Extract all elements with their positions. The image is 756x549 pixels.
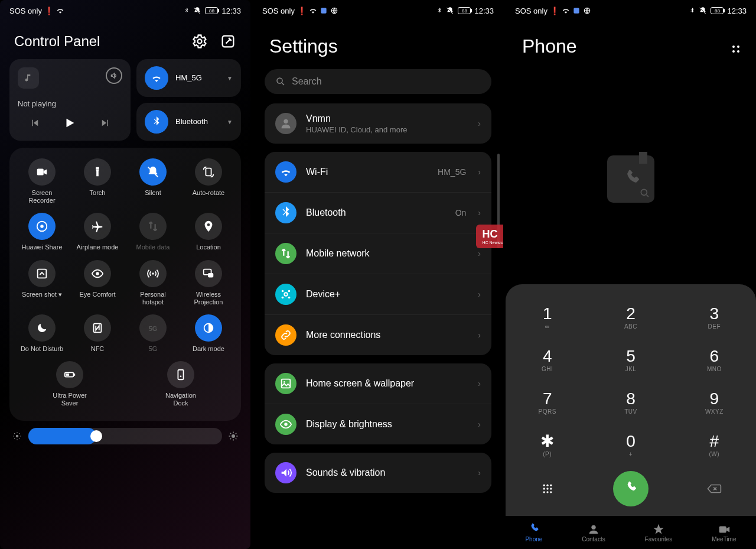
dial-sub: TUV	[624, 408, 637, 415]
settings-row-bluetooth[interactable]: BluetoothOn›	[265, 192, 491, 233]
toggle-mobile-data[interactable]: Mobile data	[125, 213, 181, 251]
menu-dots-icon[interactable]	[732, 41, 739, 53]
settings-row-mobile-network[interactable]: Mobile network›	[265, 233, 491, 274]
dial-key-9[interactable]: 9WXYZ	[673, 381, 756, 424]
settings-row-device-plus[interactable]: Device+›	[265, 274, 491, 314]
audio-output-icon[interactable]	[106, 67, 122, 84]
next-track-button[interactable]	[100, 118, 110, 128]
toggle-eye-comfort[interactable]: Eye Comfort	[70, 260, 125, 306]
toggle-screen-recorder[interactable]: Screen Recorder	[14, 158, 70, 204]
nav-favourites[interactable]: Favourites	[645, 523, 673, 542]
settings-row-more-connections[interactable]: More connections›	[265, 314, 491, 355]
edit-icon[interactable]	[220, 33, 236, 50]
browser-icon	[330, 7, 338, 15]
settings-row-home-wallpaper[interactable]: Home screen & wallpaper›	[265, 363, 491, 404]
toggle-nfc[interactable]: NFC	[70, 314, 125, 353]
nav-contacts[interactable]: Contacts	[582, 523, 605, 542]
hicloud-icon	[572, 7, 581, 15]
play-button[interactable]	[63, 116, 76, 129]
control-panel-title: Control Panel	[14, 33, 100, 50]
row-label: Home screen & wallpaper	[306, 378, 468, 389]
prev-track-button[interactable]	[30, 118, 40, 128]
search-input[interactable]: Search	[265, 69, 491, 94]
browser-icon	[583, 7, 591, 15]
wifi-icon	[56, 7, 64, 15]
backspace-button[interactable]	[673, 483, 756, 495]
hotspot-icon	[139, 260, 167, 287]
toggle-label: Dark mode	[193, 345, 224, 353]
dial-key-2[interactable]: 2ABC	[589, 296, 672, 339]
settings-icon[interactable]	[191, 33, 208, 50]
toggle-do-not-disturb[interactable]: Do Not Disturb	[14, 314, 70, 353]
toggle-dark-mode[interactable]: Dark mode	[181, 314, 236, 353]
dial-key-4[interactable]: 4GHI	[506, 339, 589, 381]
bluetooth-status-icon	[689, 7, 695, 15]
row-label: Bluetooth	[306, 207, 446, 218]
svg-point-38	[546, 485, 548, 486]
svg-point-37	[543, 485, 545, 486]
bluetooth-toggle-card[interactable]: Bluetooth ▼	[136, 103, 241, 141]
alert-icon: ❗	[550, 7, 559, 15]
dial-key-5[interactable]: 5JKL	[589, 339, 672, 381]
account-name: Vnmn	[306, 113, 468, 124]
wifi-toggle-card[interactable]: HM_5G ▼	[136, 59, 241, 97]
dial-sub: PQRS	[538, 408, 556, 415]
toggle-auto-rotate[interactable]: Auto-rotate	[181, 158, 236, 204]
dial-key-0[interactable]: 0+	[589, 424, 672, 466]
svg-rect-7	[38, 269, 47, 278]
settings-row-sounds-vibration[interactable]: Sounds & vibration›	[265, 453, 491, 493]
toggle-label: Navigation Dock	[157, 392, 204, 407]
toggle-personal-hotspot[interactable]: Personal hotspot	[125, 260, 181, 306]
dial-key-3[interactable]: 3DEF	[673, 296, 756, 339]
bluetooth-status-icon	[436, 7, 442, 15]
dial-key-✱[interactable]: ✱(P)	[506, 424, 589, 466]
toggle-label: Eye Comfort	[79, 291, 115, 298]
toggle-wireless-projection[interactable]: Wireless Projection	[181, 260, 236, 306]
chevron-down-icon[interactable]: ▼	[227, 75, 233, 82]
dial-num: 8	[626, 391, 636, 407]
dock-icon	[167, 361, 194, 388]
wifi-icon	[275, 161, 296, 183]
nav-meetime[interactable]: MeeTime	[712, 523, 736, 542]
eye-icon	[84, 260, 111, 287]
settings-screen: HCHC Newsroom SOS only ❗ 88 12:33 Settin…	[253, 0, 503, 549]
bluetooth-icon	[275, 202, 296, 223]
svg-rect-2	[37, 169, 44, 176]
toggle-navigation-dock[interactable]: Navigation Dock	[153, 361, 208, 407]
dial-key-7[interactable]: 7PQRS	[506, 381, 589, 424]
bell-off-icon	[139, 158, 167, 186]
toggle-huawei-share[interactable]: Huawei Share	[14, 213, 70, 251]
dial-key-6[interactable]: 6MNO	[673, 339, 756, 381]
media-player-card[interactable]: Not playing	[9, 59, 131, 141]
toggle-torch[interactable]: Torch	[70, 158, 125, 204]
account-row[interactable]: Vnmn HUAWEI ID, Cloud, and more ›	[265, 103, 491, 144]
call-button[interactable]	[613, 471, 649, 506]
chevron-right-icon: ›	[478, 468, 481, 477]
svg-rect-31	[282, 379, 291, 388]
dial-key-#[interactable]: #(W)	[673, 424, 756, 466]
dialpad-menu-button[interactable]	[506, 483, 589, 495]
dial-key-1[interactable]: 1∞	[506, 296, 589, 339]
toggle-location[interactable]: Location	[181, 213, 236, 251]
svg-rect-22	[321, 8, 326, 13]
chevron-down-icon[interactable]: ▼	[227, 119, 233, 125]
svg-text:5G: 5G	[149, 325, 158, 332]
toggle-screenshot[interactable]: Screen shot ▾	[14, 260, 70, 306]
svg-rect-16	[74, 373, 75, 376]
toggle-silent[interactable]: Silent	[125, 158, 181, 204]
nav-label: Phone	[525, 536, 542, 542]
settings-row-wifi[interactable]: Wi-FiHM_5G›	[265, 152, 491, 192]
toggle-label: Location	[196, 243, 221, 251]
dial-sub: (W)	[709, 451, 720, 457]
phone-title: Phone	[522, 35, 577, 57]
brightness-slider[interactable]	[28, 428, 222, 444]
chevron-right-icon: ›	[478, 167, 481, 177]
row-label: Wi-Fi	[306, 167, 428, 177]
alert-icon: ❗	[297, 7, 307, 15]
toggle-airplane-mode[interactable]: Airplane mode	[70, 213, 125, 251]
settings-row-display-brightness[interactable]: Display & brightness›	[265, 404, 491, 444]
toggle-5g[interactable]: 5G5G	[125, 314, 181, 353]
nav-phone[interactable]: Phone	[525, 523, 542, 542]
toggle-ultra-power-saver[interactable]: Ultra Power Saver	[42, 361, 97, 407]
dial-key-8[interactable]: 8TUV	[589, 381, 672, 424]
